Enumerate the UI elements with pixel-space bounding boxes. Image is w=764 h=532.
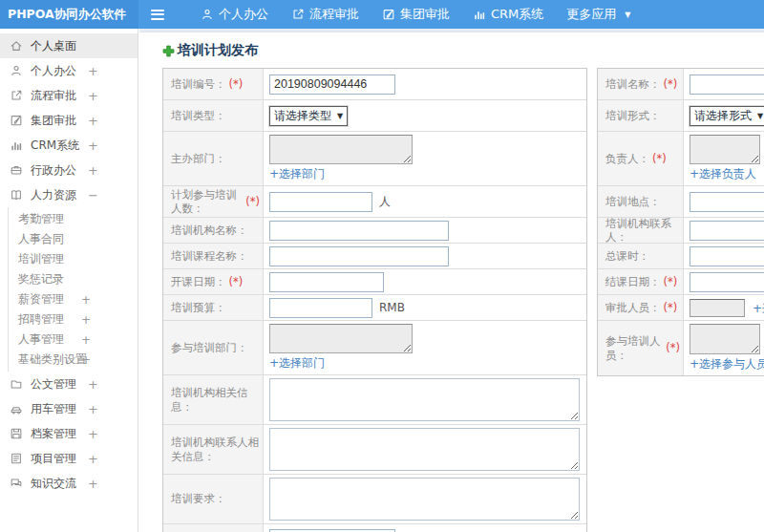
expand-icon[interactable]: + [88, 163, 98, 178]
training-form-select[interactable]: 请选择形式▼ [690, 106, 764, 126]
field-label-training-form: 培训形式： [598, 100, 684, 131]
topnav-item-4[interactable]: CRM系统 [473, 6, 543, 23]
training-requirements-textarea[interactable] [269, 478, 580, 521]
start-date-input[interactable] [269, 272, 384, 292]
sidebar-item-group-approval[interactable]: 集团审批+ [0, 108, 138, 133]
sidebar-item-personal-desktop[interactable]: 个人桌面 [0, 33, 138, 58]
form-row-training-budget: 培训预算：RMB [163, 295, 586, 321]
picker-link-approvers[interactable]: +选择审批人员 [753, 301, 764, 317]
sidebar-subitem-hr-contract[interactable]: 人事合同 [9, 229, 138, 249]
sidebar-subitem-label: 培训管理 [18, 251, 64, 267]
folder-icon [10, 377, 23, 391]
required-mark: (*) [664, 275, 678, 288]
topnav-item-3[interactable]: 集团审批 [382, 6, 450, 23]
sidebar-subitem-reward-records[interactable]: 奖惩记录 [9, 269, 138, 289]
field-cell-training-no [264, 69, 586, 99]
training-budget-input[interactable] [269, 298, 372, 318]
picker-link-joining-departments[interactable]: +选择部门 [269, 355, 325, 372]
field-cell-person-in-charge: +选择负责人 [684, 132, 764, 185]
field-cell-training-budget: RMB [264, 295, 586, 320]
sidebar-item-project-mgmt[interactable]: 项目管理+ [0, 446, 138, 471]
sidebar-item-label: 流程审批 [31, 88, 76, 104]
topnav-item-5[interactable]: 更多应用▼ [566, 6, 630, 23]
topnav-item-1[interactable]: 个人办公 [201, 6, 268, 23]
field-cell-training-name [684, 69, 764, 99]
sidebar-subitem-salary-mgmt[interactable]: 薪资管理+ [9, 289, 138, 309]
expand-icon[interactable]: + [88, 452, 98, 466]
sidebar-subitem-recruit-mgmt[interactable]: 招聘管理+ [9, 309, 138, 330]
person-in-charge-textarea[interactable] [690, 135, 760, 164]
caret-down-icon: ▼ [625, 11, 630, 19]
expand-icon[interactable]: + [88, 477, 98, 491]
topnav-item-2[interactable]: 流程审批 [291, 6, 359, 23]
form-row-training-place: 培训地点： [598, 186, 764, 218]
sidebar-item-label: 知识交流 [31, 476, 76, 492]
expand-icon[interactable]: + [81, 293, 91, 307]
sidebar-item-human-resources[interactable]: 人力资源− [0, 182, 138, 207]
end-date-input[interactable] [690, 272, 764, 292]
sidebar-item-document-mgmt[interactable]: 公文管理+ [0, 372, 138, 396]
sidebar-subitem-base-category[interactable]: 基础类别设置+ [9, 350, 138, 370]
sidebar-item-label: 档案管理 [31, 426, 76, 442]
expand-icon[interactable]: + [88, 402, 98, 416]
approvers-input[interactable] [690, 299, 745, 317]
form-row-approvers: 审批人员：(*)+选择审批人员 [598, 295, 764, 321]
field-label-host-department: 主办部门： [163, 132, 264, 185]
joining-departments-textarea[interactable] [269, 324, 413, 353]
page-title-text: 培训计划发布 [178, 42, 258, 59]
sidebar-item-knowledge-exchange[interactable]: 知识交流+ [0, 471, 138, 496]
picker-link-joining-trainees[interactable]: +选择参与人员 [690, 356, 764, 372]
field-cell-start-date [264, 269, 586, 294]
form-left-column: 培训编号：(*)培训类型：请选择类型▼主办部门：+选择部门计划参与培训人数：(*… [162, 68, 587, 532]
sidebar-item-crm-system[interactable]: CRM系统+ [0, 133, 138, 158]
field-label-person-in-charge: 负责人：(*) [598, 132, 684, 185]
sidebar-item-label: 个人桌面 [31, 38, 76, 54]
sidebar-subitem-training-mgmt[interactable]: 培训管理 [9, 249, 138, 269]
picker-link-host-department[interactable]: +选择部门 [269, 166, 325, 182]
org-contact-info-textarea[interactable] [269, 428, 580, 471]
field-cell-training-type: 请选择类型▼ [264, 100, 586, 131]
expand-icon[interactable]: + [88, 89, 98, 103]
expand-icon[interactable]: + [88, 114, 98, 128]
sidebar-item-admin-office[interactable]: 行政办公+ [0, 158, 138, 182]
expand-icon[interactable]: + [88, 427, 98, 441]
form-row-joining-trainees: 参与培训人员：(*)+选择参与人员 [598, 321, 764, 375]
expand-icon[interactable]: + [88, 64, 98, 78]
sidebar-item-personal-office[interactable]: 个人办公+ [0, 58, 138, 83]
sidebar-item-workflow-approval[interactable]: 流程审批+ [0, 83, 138, 108]
attachment-input[interactable] [269, 529, 395, 532]
form-row-training-requirements: 培训要求： [163, 475, 586, 524]
car-icon [10, 402, 23, 415]
field-cell-org-info [264, 375, 586, 424]
training-place-input[interactable] [690, 192, 764, 212]
org-info-textarea[interactable] [269, 378, 580, 421]
required-mark: (*) [666, 341, 680, 354]
sidebar-subitem-label: 考勤管理 [18, 211, 64, 227]
expand-icon[interactable]: + [88, 138, 98, 153]
org-contact-input[interactable] [690, 221, 764, 241]
total-hours-input[interactable] [690, 246, 764, 266]
expand-icon[interactable]: + [81, 353, 91, 367]
expand-icon[interactable]: + [81, 333, 91, 347]
expand-icon[interactable]: + [88, 377, 98, 392]
sidebar-item-vehicle-mgmt[interactable]: 用车管理+ [0, 396, 138, 421]
sidebar-subitem-attendance-mgmt[interactable]: 考勤管理 [9, 209, 138, 229]
topnav-item-label: 个人办公 [219, 6, 268, 23]
expand-icon[interactable]: + [81, 313, 91, 327]
sidebar-item-label: 个人办公 [31, 63, 76, 79]
host-department-textarea[interactable] [269, 135, 413, 164]
sidebar-item-archive-mgmt[interactable]: 档案管理+ [0, 421, 138, 446]
course-name-input[interactable] [269, 246, 449, 266]
picker-link-person-in-charge[interactable]: +选择负责人 [690, 166, 756, 182]
field-label-approvers: 审批人员：(*) [598, 295, 684, 320]
org-name-input[interactable] [269, 221, 449, 241]
training-type-select[interactable]: 请选择类型▼ [269, 106, 348, 126]
joining-trainees-textarea[interactable] [690, 324, 760, 354]
topnav-item-label: CRM系统 [491, 6, 543, 23]
training-name-input[interactable] [690, 74, 764, 95]
training-no-input[interactable] [269, 74, 395, 95]
collapse-icon[interactable]: − [88, 188, 98, 202]
sidebar-subitem-personnel-mgmt[interactable]: 人事管理+ [9, 330, 138, 350]
hamburger-menu-icon[interactable] [151, 10, 164, 20]
planned-trainees-input[interactable] [269, 192, 372, 212]
